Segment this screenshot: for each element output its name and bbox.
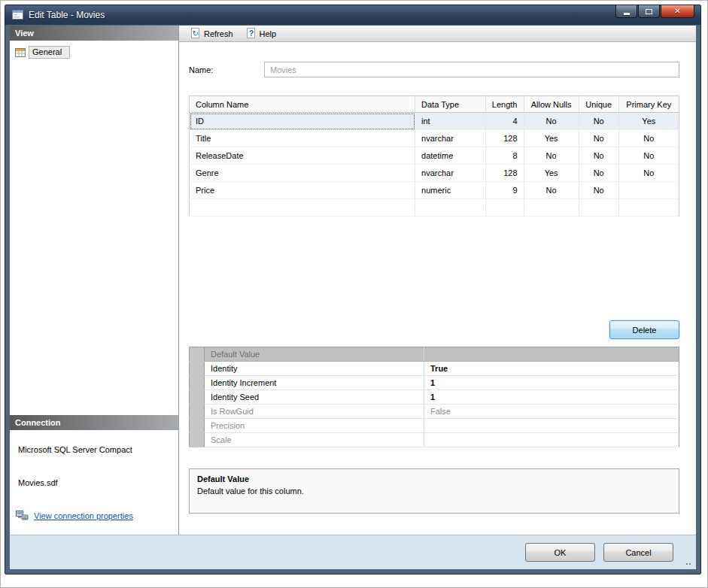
column-header-length: Length — [485, 96, 524, 113]
help-icon: ? — [245, 28, 257, 39]
view-section-header: View — [10, 26, 178, 41]
property-row-precision[interactable]: Precision — [190, 419, 679, 433]
table-row-empty[interactable] — [190, 199, 679, 217]
column-header-allow-nulls: Allow Nulls — [524, 96, 579, 113]
cell-length: 8 — [485, 147, 524, 165]
property-row-scale[interactable]: Scale — [190, 433, 679, 447]
refresh-label: Refresh — [204, 29, 233, 38]
cell-allow-nulls: No — [524, 113, 579, 130]
row-gutter — [190, 347, 205, 362]
titlebar[interactable]: Edit Table - Movies ✕ — [5, 5, 700, 25]
column-header-name: Column Name — [190, 96, 415, 113]
minimize-button[interactable] — [615, 5, 637, 18]
svg-text:↻: ↻ — [192, 29, 198, 38]
cell-data-type: numeric — [415, 182, 486, 199]
cell-column-name: Title — [190, 130, 415, 147]
cell-unique: No — [579, 182, 618, 199]
table-row[interactable]: Genre nvarchar 128 Yes No No — [190, 165, 679, 182]
resize-grip[interactable] — [685, 562, 692, 566]
property-label: Is RowGuid — [205, 405, 424, 419]
property-label: Precision — [205, 419, 424, 433]
maximize-button[interactable] — [638, 5, 660, 18]
close-button[interactable]: ✕ — [661, 5, 694, 18]
property-label: Default Value — [205, 347, 424, 362]
row-gutter — [190, 390, 205, 405]
minimize-icon — [624, 13, 630, 15]
cancel-button[interactable]: Cancel — [603, 543, 673, 562]
edit-table-window: Edit Table - Movies ✕ View General — [5, 5, 701, 574]
help-label: Help — [260, 29, 277, 38]
toolbar: ↻ Refresh ? Help — [179, 26, 696, 42]
help-button[interactable]: ? Help — [241, 27, 281, 40]
refresh-button[interactable]: ↻ Refresh — [185, 27, 238, 40]
sidebar-item-general-label: General — [29, 46, 70, 59]
property-row-identity-seed[interactable]: Identity Seed 1 — [190, 390, 679, 405]
screenshot-root: Edit Table - Movies ✕ View General — [0, 0, 708, 588]
content-area: Name: Column Name Data Type Length Allo — [179, 42, 696, 535]
cell-allow-nulls — [524, 199, 579, 217]
column-header-primary-key: Primary Key — [618, 96, 679, 113]
cell-length: 128 — [485, 165, 524, 182]
cell-column-name: Price — [190, 182, 415, 199]
connection-provider-label: Microsoft SQL Server Compact — [18, 445, 178, 454]
cell-column-name: Genre — [190, 165, 415, 182]
maximize-icon — [646, 9, 652, 14]
name-label: Name: — [189, 65, 264, 74]
table-row[interactable]: Price numeric 9 No No — [190, 182, 679, 199]
cell-unique: No — [579, 147, 618, 165]
cell-allow-nulls: No — [524, 147, 579, 165]
property-row-identity[interactable]: Identity True — [190, 362, 679, 376]
row-gutter — [190, 419, 205, 433]
cell-unique: No — [579, 165, 618, 182]
table-row[interactable]: Title nvarchar 128 Yes No No — [190, 130, 679, 147]
connection-section-header: Connection — [10, 415, 178, 430]
name-row: Name: — [189, 62, 679, 77]
property-row-default-value[interactable]: Default Value — [190, 347, 679, 362]
cell-primary-key: No — [618, 165, 679, 182]
delete-button[interactable]: Delete — [609, 320, 679, 339]
property-label: Identity Increment — [205, 376, 424, 390]
row-gutter — [190, 405, 205, 419]
view-connection-properties-link[interactable]: View connection properties — [34, 511, 133, 520]
cell-column-name: ID — [190, 113, 415, 130]
property-value: 1 — [424, 376, 679, 390]
property-value: False — [424, 405, 679, 419]
column-header-unique: Unique — [579, 96, 618, 113]
table-row[interactable]: ReleaseDate datetime 8 No No No — [190, 147, 679, 165]
cell-length: 128 — [485, 130, 524, 147]
cell-data-type: nvarchar — [415, 130, 486, 147]
property-row-identity-increment[interactable]: Identity Increment 1 — [190, 376, 679, 390]
connection-link-row: View connection properties — [16, 510, 178, 521]
column-header-data-type: Data Type — [415, 96, 486, 113]
window-controls: ✕ — [615, 5, 694, 18]
cell-data-type — [415, 199, 486, 217]
cell-primary-key: No — [618, 147, 679, 165]
main-panel: ↻ Refresh ? Help Name — [179, 26, 696, 535]
columns-table-header-row: Column Name Data Type Length Allow Nulls… — [190, 96, 679, 113]
property-description-panel: Default Value Default value for this col… — [189, 468, 679, 514]
property-description-title: Default Value — [197, 474, 671, 483]
cell-data-type: datetime — [415, 147, 486, 165]
cell-allow-nulls: Yes — [524, 165, 579, 182]
delete-row: Delete — [189, 320, 679, 339]
sidebar-item-general[interactable]: General — [14, 46, 70, 59]
table-row-selected[interactable]: ID int 4 No No Yes — [190, 113, 679, 130]
sidebar-spacer — [10, 59, 178, 415]
property-label: Scale — [205, 433, 424, 447]
ok-button[interactable]: OK — [525, 543, 595, 562]
close-icon: ✕ — [674, 8, 680, 15]
cell-data-type: nvarchar — [415, 165, 486, 182]
cell-primary-key — [618, 199, 679, 217]
cell-unique: No — [579, 113, 618, 130]
cell-primary-key: No — [618, 130, 679, 147]
row-gutter — [190, 376, 205, 390]
window-icon — [12, 10, 24, 20]
name-input[interactable] — [264, 62, 679, 77]
property-value — [424, 433, 679, 447]
cell-column-name — [190, 199, 415, 217]
property-row-is-rowguid[interactable]: Is RowGuid False — [190, 405, 679, 419]
cell-allow-nulls: No — [524, 182, 579, 199]
cell-data-type: int — [415, 113, 486, 130]
properties-grid: Default Value Identity True — [189, 347, 679, 447]
refresh-icon: ↻ — [190, 28, 201, 39]
